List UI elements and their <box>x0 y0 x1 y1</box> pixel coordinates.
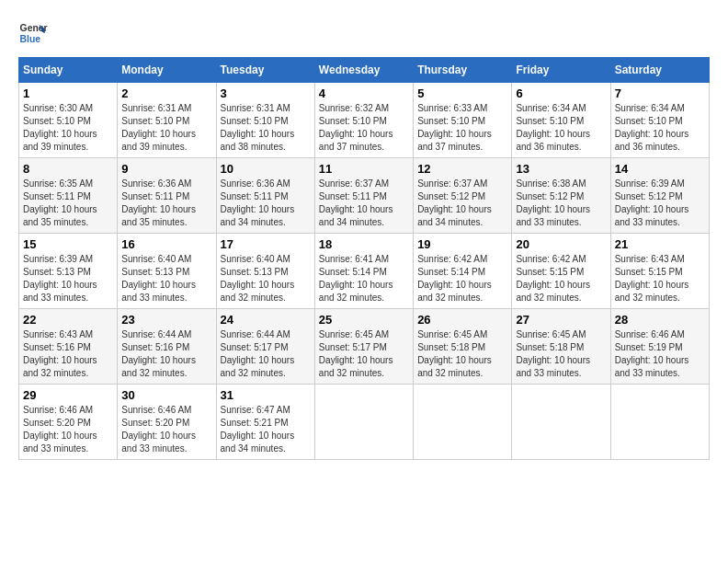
svg-text:Blue: Blue <box>20 34 41 44</box>
day-number: 20 <box>516 237 606 251</box>
day-info: Sunrise: 6:45 AM Sunset: 5:17 PM Dayligh… <box>319 328 409 380</box>
day-number: 23 <box>121 313 211 327</box>
logo: General Blue <box>18 18 51 48</box>
day-number: 30 <box>121 388 211 402</box>
calendar-cell: 7Sunrise: 6:34 AM Sunset: 5:10 PM Daylig… <box>610 83 709 158</box>
day-number: 2 <box>121 86 211 100</box>
day-info: Sunrise: 6:37 AM Sunset: 5:12 PM Dayligh… <box>417 178 507 229</box>
day-number: 13 <box>516 162 606 176</box>
day-number: 28 <box>615 313 705 327</box>
day-info: Sunrise: 6:46 AM Sunset: 5:20 PM Dayligh… <box>23 404 113 455</box>
col-header-monday: Monday <box>118 58 216 83</box>
calendar-cell: 28Sunrise: 6:46 AM Sunset: 5:19 PM Dayli… <box>610 309 709 385</box>
day-number: 10 <box>221 162 311 176</box>
day-info: Sunrise: 6:42 AM Sunset: 5:14 PM Dayligh… <box>417 253 507 304</box>
calendar-cell: 13Sunrise: 6:38 AM Sunset: 5:12 PM Dayli… <box>512 158 610 234</box>
day-info: Sunrise: 6:46 AM Sunset: 5:20 PM Dayligh… <box>121 404 211 455</box>
day-number: 27 <box>516 313 606 327</box>
day-number: 29 <box>23 388 113 402</box>
day-number: 26 <box>417 313 507 327</box>
day-info: Sunrise: 6:39 AM Sunset: 5:12 PM Dayligh… <box>615 178 705 229</box>
page-header: General Blue <box>18 18 710 48</box>
calendar-cell: 14Sunrise: 6:39 AM Sunset: 5:12 PM Dayli… <box>610 158 709 234</box>
calendar-cell: 24Sunrise: 6:44 AM Sunset: 5:17 PM Dayli… <box>216 309 314 385</box>
logo-icon: General Blue <box>18 18 48 48</box>
day-number: 9 <box>121 162 211 176</box>
day-number: 4 <box>319 86 409 100</box>
calendar-table: SundayMondayTuesdayWednesdayThursdayFrid… <box>18 57 710 460</box>
day-number: 19 <box>417 237 507 251</box>
calendar-cell <box>610 385 709 460</box>
calendar-cell: 26Sunrise: 6:45 AM Sunset: 5:18 PM Dayli… <box>414 309 512 385</box>
day-number: 21 <box>615 237 705 251</box>
day-info: Sunrise: 6:44 AM Sunset: 5:16 PM Dayligh… <box>121 328 211 380</box>
day-info: Sunrise: 6:33 AM Sunset: 5:10 PM Dayligh… <box>417 102 507 154</box>
day-info: Sunrise: 6:38 AM Sunset: 5:12 PM Dayligh… <box>516 178 606 229</box>
day-info: Sunrise: 6:36 AM Sunset: 5:11 PM Dayligh… <box>121 178 211 229</box>
calendar-cell: 5Sunrise: 6:33 AM Sunset: 5:10 PM Daylig… <box>414 83 512 158</box>
day-info: Sunrise: 6:47 AM Sunset: 5:21 PM Dayligh… <box>221 404 311 455</box>
day-info: Sunrise: 6:45 AM Sunset: 5:18 PM Dayligh… <box>516 328 606 380</box>
calendar-cell: 20Sunrise: 6:42 AM Sunset: 5:15 PM Dayli… <box>512 234 610 309</box>
col-header-wednesday: Wednesday <box>314 58 413 83</box>
day-number: 16 <box>121 237 211 251</box>
calendar-cell: 16Sunrise: 6:40 AM Sunset: 5:13 PM Dayli… <box>118 234 216 309</box>
calendar-cell: 3Sunrise: 6:31 AM Sunset: 5:10 PM Daylig… <box>216 83 314 158</box>
day-info: Sunrise: 6:40 AM Sunset: 5:13 PM Dayligh… <box>221 253 311 304</box>
day-number: 1 <box>23 86 113 100</box>
calendar-cell: 10Sunrise: 6:36 AM Sunset: 5:11 PM Dayli… <box>216 158 314 234</box>
day-number: 25 <box>319 313 409 327</box>
calendar-cell: 17Sunrise: 6:40 AM Sunset: 5:13 PM Dayli… <box>216 234 314 309</box>
day-number: 5 <box>417 86 507 100</box>
day-info: Sunrise: 6:36 AM Sunset: 5:11 PM Dayligh… <box>221 178 311 229</box>
calendar-cell: 9Sunrise: 6:36 AM Sunset: 5:11 PM Daylig… <box>118 158 216 234</box>
day-info: Sunrise: 6:41 AM Sunset: 5:14 PM Dayligh… <box>319 253 409 304</box>
calendar-cell: 30Sunrise: 6:46 AM Sunset: 5:20 PM Dayli… <box>118 385 216 460</box>
calendar-cell: 8Sunrise: 6:35 AM Sunset: 5:11 PM Daylig… <box>19 158 118 234</box>
col-header-friday: Friday <box>512 58 610 83</box>
col-header-saturday: Saturday <box>610 58 709 83</box>
day-info: Sunrise: 6:31 AM Sunset: 5:10 PM Dayligh… <box>121 102 211 154</box>
calendar-cell: 23Sunrise: 6:44 AM Sunset: 5:16 PM Dayli… <box>118 309 216 385</box>
day-info: Sunrise: 6:35 AM Sunset: 5:11 PM Dayligh… <box>23 178 113 229</box>
col-header-tuesday: Tuesday <box>216 58 314 83</box>
calendar-cell: 11Sunrise: 6:37 AM Sunset: 5:11 PM Dayli… <box>314 158 413 234</box>
calendar-cell: 4Sunrise: 6:32 AM Sunset: 5:10 PM Daylig… <box>314 83 413 158</box>
day-info: Sunrise: 6:43 AM Sunset: 5:15 PM Dayligh… <box>615 253 705 304</box>
day-number: 22 <box>23 313 113 327</box>
day-info: Sunrise: 6:31 AM Sunset: 5:10 PM Dayligh… <box>221 102 311 154</box>
day-info: Sunrise: 6:34 AM Sunset: 5:10 PM Dayligh… <box>615 102 705 154</box>
day-number: 3 <box>221 86 311 100</box>
calendar-cell: 18Sunrise: 6:41 AM Sunset: 5:14 PM Dayli… <box>314 234 413 309</box>
calendar-cell: 12Sunrise: 6:37 AM Sunset: 5:12 PM Dayli… <box>414 158 512 234</box>
day-info: Sunrise: 6:40 AM Sunset: 5:13 PM Dayligh… <box>121 253 211 304</box>
col-header-thursday: Thursday <box>414 58 512 83</box>
calendar-cell: 2Sunrise: 6:31 AM Sunset: 5:10 PM Daylig… <box>118 83 216 158</box>
day-info: Sunrise: 6:32 AM Sunset: 5:10 PM Dayligh… <box>319 102 409 154</box>
day-number: 24 <box>221 313 311 327</box>
day-number: 12 <box>417 162 507 176</box>
calendar-cell <box>314 385 413 460</box>
day-info: Sunrise: 6:37 AM Sunset: 5:11 PM Dayligh… <box>319 178 409 229</box>
calendar-cell: 25Sunrise: 6:45 AM Sunset: 5:17 PM Dayli… <box>314 309 413 385</box>
calendar-cell: 31Sunrise: 6:47 AM Sunset: 5:21 PM Dayli… <box>216 385 314 460</box>
day-number: 6 <box>516 86 606 100</box>
calendar-cell: 19Sunrise: 6:42 AM Sunset: 5:14 PM Dayli… <box>414 234 512 309</box>
day-number: 15 <box>23 237 113 251</box>
calendar-cell: 21Sunrise: 6:43 AM Sunset: 5:15 PM Dayli… <box>610 234 709 309</box>
day-info: Sunrise: 6:46 AM Sunset: 5:19 PM Dayligh… <box>615 328 705 380</box>
col-header-sunday: Sunday <box>19 58 118 83</box>
day-number: 31 <box>221 388 311 402</box>
day-number: 7 <box>615 86 705 100</box>
calendar-cell: 1Sunrise: 6:30 AM Sunset: 5:10 PM Daylig… <box>19 83 118 158</box>
day-info: Sunrise: 6:44 AM Sunset: 5:17 PM Dayligh… <box>221 328 311 380</box>
day-number: 17 <box>221 237 311 251</box>
calendar-cell: 6Sunrise: 6:34 AM Sunset: 5:10 PM Daylig… <box>512 83 610 158</box>
day-number: 11 <box>319 162 409 176</box>
calendar-cell: 22Sunrise: 6:43 AM Sunset: 5:16 PM Dayli… <box>19 309 118 385</box>
day-info: Sunrise: 6:42 AM Sunset: 5:15 PM Dayligh… <box>516 253 606 304</box>
day-info: Sunrise: 6:45 AM Sunset: 5:18 PM Dayligh… <box>417 328 507 380</box>
day-number: 14 <box>615 162 705 176</box>
calendar-cell: 29Sunrise: 6:46 AM Sunset: 5:20 PM Dayli… <box>19 385 118 460</box>
calendar-cell: 15Sunrise: 6:39 AM Sunset: 5:13 PM Dayli… <box>19 234 118 309</box>
